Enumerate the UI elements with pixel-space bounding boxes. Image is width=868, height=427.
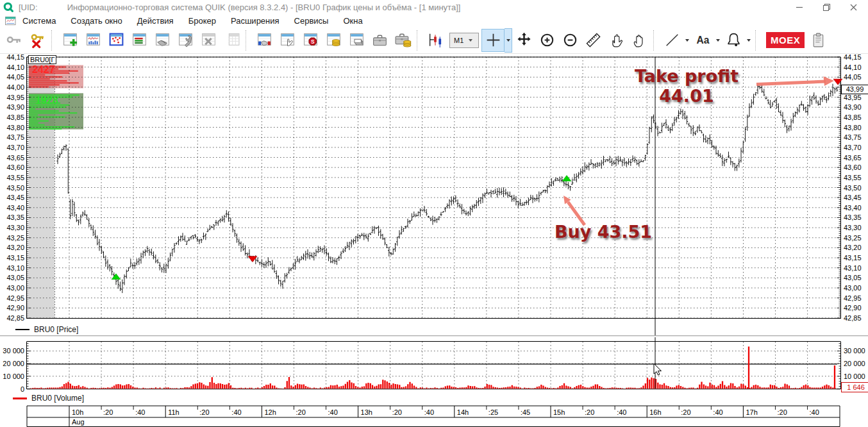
svg-text:10 000: 10 000 [3,373,24,380]
chart-symbol-label: BRU0[Г [28,55,56,64]
accounts-table-icon[interactable] [345,29,368,52]
time-label: 15h [553,408,565,416]
delete-table-icon[interactable] [197,29,220,52]
close-button[interactable] [840,0,867,14]
take-profit-annotation: Take profit 44.01 [610,66,763,106]
text-tool-icon-caret[interactable] [714,29,722,52]
menu-item-3[interactable]: Действия [137,16,174,26]
window-title-uid: [UID: [19,3,38,12]
clipboard-icon[interactable] [807,29,830,52]
portfolio-money-icon[interactable] [391,29,414,52]
svg-text:43,65: 43,65 [844,154,862,162]
line-tool-icon-caret[interactable] [683,29,691,52]
svg-text:44,00: 44,00 [6,83,24,91]
move-tool-icon[interactable] [512,29,535,52]
svg-text:43,35: 43,35 [6,214,24,221]
crosshair-button-caret[interactable] [505,28,512,53]
orders-table-icon[interactable] [276,29,299,52]
time-label: :20 [103,408,113,416]
svg-text:43,45: 43,45 [844,194,862,201]
alert-tool-icon-caret[interactable] [745,29,753,52]
svg-text:43,95: 43,95 [844,94,862,101]
trades-table-icon[interactable] [253,29,276,52]
text-tool-icon[interactable]: Aa [691,29,714,52]
svg-text:43,90: 43,90 [844,103,862,111]
time-label: :20 [199,408,209,416]
menu-item-1[interactable]: Система [22,16,56,26]
svg-text:43,70: 43,70 [6,144,24,151]
alert-tool-icon[interactable] [722,29,745,52]
stop-orders-icon[interactable]: S [299,29,322,52]
key-icon[interactable] [3,29,26,52]
volume-legend: BRU0 [Volume] [13,394,84,403]
svg-text:10 000: 10 000 [844,373,865,380]
table-settings-icon[interactable] [174,29,197,52]
svg-text:43,35: 43,35 [844,214,862,221]
scatter-window-icon[interactable] [104,29,128,52]
time-label: :20 [296,408,305,416]
svg-text:30 000: 30 000 [844,347,865,355]
menu-item-2[interactable]: Создать окно [71,16,122,26]
time-label: 11h [168,408,179,416]
svg-text:42,90: 42,90 [6,304,24,312]
time-label: :40 [810,408,819,416]
svg-text:S: S [310,38,314,45]
time-label: :40 [135,408,145,416]
portfolio-icon[interactable] [368,29,391,52]
menu-item-7[interactable]: Окна [343,16,362,26]
price-legend: BRU0 [Price] [15,325,78,334]
take-profit-arrow [824,76,835,86]
zoom-in-icon[interactable] [535,29,558,52]
time-label: :40 [231,408,241,416]
line-tool-icon[interactable] [660,29,683,52]
chart-canvas[interactable]: 2427192844,1544,1544,1044,1044,0544,0544… [0,0,868,427]
money-table-icon[interactable] [322,29,345,52]
restore-button[interactable] [813,0,840,14]
chart-tool-icon[interactable] [424,29,447,52]
svg-text:43,60: 43,60 [844,163,862,171]
market-depth-overlay: 24271928 [29,58,83,318]
time-label: :20 [777,408,787,416]
svg-text:30 000: 30 000 [3,347,24,355]
panel-splitter[interactable] [0,335,868,337]
svg-text:43,40: 43,40 [6,204,24,212]
zoom-out-icon[interactable] [558,29,581,52]
last-price-badge: 43,99 [841,85,868,94]
month-label: Aug [72,418,85,426]
menu-item-6[interactable]: Сервисы [294,16,329,26]
svg-text:44,15: 44,15 [6,53,24,61]
svg-text:44,10: 44,10 [6,63,24,71]
svg-text:43,75: 43,75 [6,133,24,141]
axes [27,57,841,389]
menu-item-5[interactable]: Расширения [231,16,280,26]
menu-item-4[interactable]: Брокер [188,16,216,26]
svg-text:43,30: 43,30 [844,224,862,231]
deals-window-icon[interactable] [151,29,174,52]
time-label: 16h [649,408,661,416]
buy-annotation: Buy 43.51 [550,222,656,242]
new-window-icon[interactable] [58,29,81,52]
interval-select[interactable]: M1 [449,33,479,48]
time-label: :20 [585,408,594,416]
pointer-tool-icon[interactable] [605,29,628,52]
time-label: 12h [264,408,276,416]
svg-text:42,85: 42,85 [6,314,24,322]
chart-window-icon[interactable] [81,29,104,52]
svg-text:0: 0 [21,385,24,393]
time-ruler[interactable]: 10h:20:4011h:20:4012h:20:4013h:20:4014h:… [27,406,840,427]
time-label: :45 [521,408,530,416]
quotes-window-icon[interactable] [128,29,151,52]
table-clipped-icon[interactable] [220,29,243,52]
minimize-button[interactable] [786,0,813,14]
pan-tool-icon[interactable] [628,29,651,52]
ruler-tool-icon[interactable] [581,29,605,52]
svg-text:20 000: 20 000 [844,360,865,367]
menubar: СистемаСоздать окноДействияБрокерРасшире… [0,14,868,27]
crosshair-button[interactable] [481,29,505,52]
svg-text:43,50: 43,50 [6,184,24,192]
volume-bars [31,347,835,389]
time-label: :40 [424,408,434,416]
svg-text:44,05: 44,05 [6,73,24,81]
key-remove-icon[interactable] [26,29,49,52]
svg-text:43,80: 43,80 [844,124,862,131]
